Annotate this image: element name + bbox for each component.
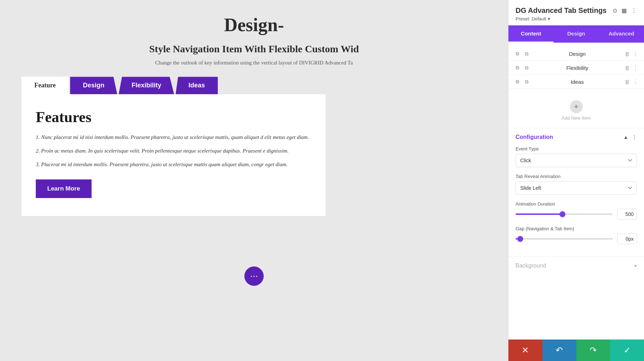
page-title: Design- (224, 14, 284, 35)
settings-icon[interactable]: ⚙ (514, 50, 521, 57)
duplicate-icon[interactable]: ⧉ (523, 78, 530, 85)
duration-slider-progress (516, 213, 562, 215)
background-expand-icon[interactable]: ▾ (634, 263, 637, 269)
background-header: Background ▾ (516, 263, 637, 269)
collapse-icon[interactable]: ▲ (623, 134, 628, 140)
gap-value[interactable]: 0px (617, 234, 637, 244)
gap-field: Gap (Navigation & Tab Item) 0px (516, 226, 637, 244)
feature-list: 1. Nunc placerat mi id nisi interdum mol… (36, 133, 311, 169)
columns-icon[interactable]: ▦ (621, 7, 627, 14)
settings-icon[interactable]: ⚙ (514, 64, 521, 71)
item-right-icons: 🗑 ⋮ (625, 64, 638, 71)
event-type-label: Event Type (516, 146, 637, 151)
redo-icon: ↷ (590, 345, 597, 355)
duration-slider-row: 500 (516, 209, 637, 220)
gap-slider-row: 0px (516, 234, 637, 244)
animation-label: Tab Reveal Animation (516, 174, 637, 179)
item-left-icons: ⚙ ⧉ (514, 50, 530, 57)
undo-icon: ↶ (556, 345, 563, 355)
duration-field: Animation Duration 500 (516, 201, 637, 220)
animation-field: Tab Reveal Animation Slide Left Slide Ri… (516, 174, 637, 195)
background-section: Background ▾ (508, 256, 644, 275)
delete-icon[interactable]: 🗑 (625, 65, 630, 71)
duration-slider-bg (516, 213, 613, 215)
item-label-flexibility: Flexibility (533, 65, 621, 71)
configuration-section: Configuration ▲ ⋮ Event Type Click Hover… (508, 128, 644, 256)
background-title: Background (516, 263, 546, 269)
item-right-icons: 🗑 ⋮ (625, 50, 638, 57)
tab-advanced[interactable]: Advanced (599, 25, 644, 43)
tab-items-list: ⚙ ⧉ Design 🗑 ⋮ ⚙ ⧉ Flexibility 🗑 ⋮ (508, 43, 644, 93)
panel-title-row: DG Advanced Tab Settings ⊙ ▦ ⋮ (516, 6, 637, 15)
delete-icon[interactable]: 🗑 (625, 51, 630, 57)
right-panel: DG Advanced Tab Settings ⊙ ▦ ⋮ Preset: D… (508, 0, 644, 361)
page-subtitle: Style Navigation Item With Flexible Cust… (149, 43, 359, 56)
tab-feature[interactable]: Feature (21, 77, 69, 94)
tab-content[interactable]: Content (508, 25, 553, 43)
delete-icon[interactable]: 🗑 (625, 79, 630, 85)
cancel-button[interactable]: ✕ (508, 340, 542, 361)
config-title: Configuration (516, 134, 553, 140)
tab-design[interactable]: Design (70, 77, 117, 94)
fab-button[interactable]: ⋯ (244, 266, 264, 286)
item-left-icons: ⚙ ⧉ (514, 78, 530, 85)
duration-value[interactable]: 500 (617, 209, 637, 220)
duration-slider-knob[interactable] (560, 211, 565, 217)
animation-select[interactable]: Slide Left Slide Right Fade None (516, 181, 637, 195)
config-header-right: ▲ ⋮ (623, 134, 637, 140)
add-new-label: Add New Item (562, 115, 591, 121)
tab-ideas[interactable]: Ideas (176, 77, 218, 94)
list-item: ⚙ ⧉ Design 🗑 ⋮ (508, 47, 644, 61)
event-type-select[interactable]: Click Hover (516, 154, 637, 167)
confirm-button[interactable]: ✓ (610, 340, 644, 361)
copy-icon[interactable]: ⊙ (613, 7, 617, 14)
duration-label: Animation Duration (516, 201, 637, 207)
panel-preset[interactable]: Preset: Default ▾ (516, 16, 637, 21)
fab-icon: ⋯ (250, 271, 258, 281)
list-item: ⚙ ⧉ Ideas 🗑 ⋮ (508, 75, 644, 89)
more-options-icon[interactable]: ⋮ (631, 7, 637, 14)
panel-content: ⚙ ⧉ Design 🗑 ⋮ ⚙ ⧉ Flexibility 🗑 ⋮ (508, 43, 644, 340)
duplicate-icon[interactable]: ⧉ (523, 64, 530, 71)
gap-slider[interactable] (516, 235, 613, 242)
features-title: Features (36, 109, 311, 126)
panel-header-icons: ⊙ ▦ ⋮ (613, 7, 637, 14)
more-icon[interactable]: ⋮ (633, 50, 638, 57)
feature-item-1: 1. Nunc placerat mi id nisi interdum mol… (36, 133, 311, 141)
gap-slider-bg (516, 238, 613, 240)
tabs-and-content: Feature Design Flexibility Ideas Feature… (21, 77, 326, 216)
content-area: Design- Style Navigation Item With Flexi… (0, 0, 508, 361)
tab-design[interactable]: Design (553, 25, 599, 43)
panel-title: DG Advanced Tab Settings (516, 6, 606, 15)
config-header: Configuration ▲ ⋮ (516, 134, 637, 140)
feature-item-2: 2. Proin ac metus diam. In quis sceleris… (36, 146, 311, 155)
content-panel: Features 1. Nunc placerat mi id nisi int… (21, 94, 326, 216)
duplicate-icon[interactable]: ⧉ (523, 50, 530, 57)
cancel-icon: ✕ (522, 345, 529, 355)
learn-more-button[interactable]: Learn More (36, 179, 92, 198)
more-icon[interactable]: ⋮ (633, 78, 638, 85)
undo-button[interactable]: ↶ (542, 340, 576, 361)
duration-slider[interactable] (516, 211, 613, 218)
panel-header: DG Advanced Tab Settings ⊙ ▦ ⋮ Preset: D… (508, 0, 644, 25)
item-label-ideas: Ideas (533, 79, 621, 85)
feature-item-3: 3. Placerat mi id interdum mollis. Praes… (36, 160, 311, 169)
tab-navigation: Feature Design Flexibility Ideas (21, 77, 326, 94)
panel-tab-bar: Content Design Advanced (508, 25, 644, 43)
add-new-item-button[interactable]: + Add New Item (508, 93, 644, 128)
tab-flexibility[interactable]: Flexibility (119, 77, 174, 94)
redo-button[interactable]: ↷ (576, 340, 610, 361)
gap-slider-knob[interactable] (517, 236, 523, 242)
bottom-toolbar: ✕ ↶ ↷ ✓ (508, 340, 644, 361)
more-icon[interactable]: ⋮ (633, 64, 638, 71)
page-description: Change the outlook of key information us… (155, 60, 353, 66)
settings-icon[interactable]: ⚙ (514, 78, 521, 85)
confirm-icon: ✓ (624, 345, 631, 355)
config-more-icon[interactable]: ⋮ (632, 134, 637, 140)
add-circle-icon: + (570, 100, 583, 113)
item-right-icons: 🗑 ⋮ (625, 78, 638, 85)
gap-label: Gap (Navigation & Tab Item) (516, 226, 637, 231)
item-label-design: Design (533, 51, 621, 57)
list-item: ⚙ ⧉ Flexibility 🗑 ⋮ (508, 61, 644, 75)
event-type-field: Event Type Click Hover (516, 146, 637, 167)
